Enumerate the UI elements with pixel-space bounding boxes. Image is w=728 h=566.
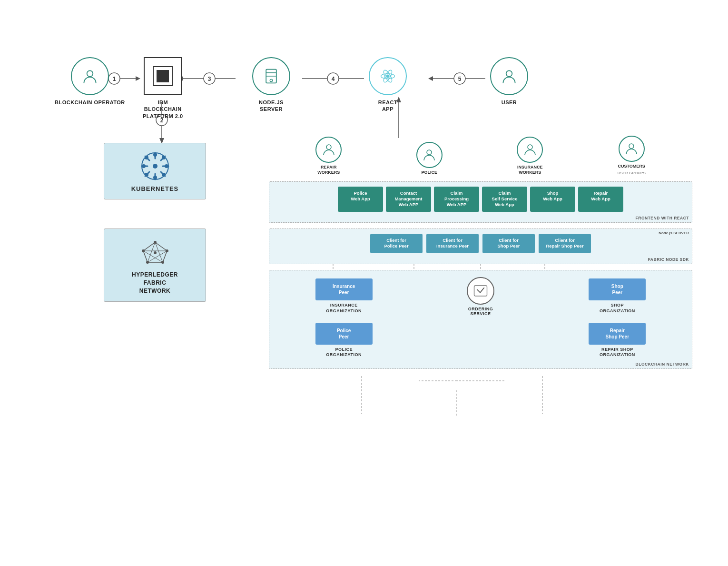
- hyperledger-box: HYPERLEDGERFABRICNETWORK: [104, 228, 206, 302]
- user-block: USER: [490, 57, 528, 106]
- diagram-container: 1 3 4 5 2: [0, 0, 728, 566]
- police-peer-box: PolicePeer: [315, 323, 373, 345]
- svg-point-54: [506, 70, 512, 77]
- svg-point-56: [153, 164, 157, 169]
- svg-point-6: [204, 73, 215, 84]
- fabric-sdk-panel: FABRIC NODE SDK Node.js SERVER Client fo…: [269, 228, 692, 264]
- kubernetes-label: KUBERNETES: [131, 185, 179, 192]
- svg-point-69: [145, 156, 148, 159]
- repair-workers-icon: [315, 137, 342, 163]
- svg-point-71: [162, 156, 166, 159]
- police-peer-block: PolicePeer POLICEORGANIZATION: [279, 323, 409, 358]
- client-police-peer: Client forPolice Peer: [370, 234, 423, 253]
- nodejs-server-block: NODE.JSSERVER: [252, 57, 290, 113]
- svg-point-85: [326, 145, 331, 149]
- frontend-label: FRONTEND WITH REACT: [636, 216, 689, 220]
- svg-point-65: [153, 153, 157, 157]
- svg-point-68: [165, 164, 168, 168]
- user-group-police: POLICE: [416, 142, 443, 175]
- svg-point-9: [327, 73, 339, 84]
- ibm-platform-icon: [144, 57, 182, 95]
- user-groups-row: REPAIRWORKERS POLICE: [269, 136, 692, 179]
- svg-line-83: [143, 251, 163, 262]
- police-icon: [416, 142, 443, 168]
- insurance-org-label: INSURANCEORGANIZATION: [326, 303, 362, 314]
- svg-marker-1: [136, 76, 140, 81]
- customers-label: CUSTOMERS: [618, 164, 645, 169]
- svg-point-84: [154, 251, 157, 254]
- nodejs-server-icon: [252, 57, 290, 95]
- nodejs-server-label: NODE.JSSERVER: [259, 99, 284, 113]
- ordering-service-icon: [467, 277, 494, 305]
- svg-point-49: [270, 79, 272, 81]
- ordering-service-label: ORDERINGSERVICE: [468, 307, 493, 316]
- svg-point-87: [528, 145, 532, 149]
- svg-point-50: [386, 74, 389, 78]
- blockchain-operator-block: BLOCKCHAIN OPERATOR: [55, 57, 125, 106]
- ibm-platform-block: IBMBLOCKCHAINPLATFORM 2.0: [143, 57, 183, 119]
- svg-line-82: [148, 251, 167, 262]
- svg-point-72: [145, 173, 148, 177]
- shop-web-app: ShopWeb App: [530, 187, 575, 212]
- customers-icon: [619, 136, 645, 162]
- insurance-workers-icon: [517, 137, 543, 163]
- shop-org-label: SHOPORGANIZATION: [600, 303, 635, 314]
- svg-point-88: [629, 144, 634, 149]
- nodejs-server-label-panel: Node.js SERVER: [659, 231, 689, 235]
- svg-text:5: 5: [458, 76, 462, 82]
- repair-shop-peer-block: RepairShop Peer REPAIR SHOPORGANIZATION: [552, 323, 682, 358]
- svg-point-70: [162, 173, 166, 177]
- blockchain-network-panel: BLOCKCHAIN NETWORK InsurancePeer INSURAN…: [269, 270, 692, 369]
- blockchain-inner-grid: InsurancePeer INSURANCEORGANIZATION ORDE…: [279, 277, 682, 358]
- react-app-label: REACTAPP: [378, 99, 397, 113]
- kubernetes-icon: [141, 152, 169, 180]
- fabric-sdk-label: FABRIC NODE SDK: [648, 257, 689, 262]
- insurance-peer-block: InsurancePeer INSURANCEORGANIZATION: [279, 278, 409, 314]
- client-insurance-peer: Client forInsurance Peer: [426, 234, 479, 253]
- user-label: USER: [502, 99, 517, 106]
- hyperledger-icon: [141, 238, 169, 266]
- police-label: POLICE: [421, 170, 437, 175]
- shop-peer-box: ShopPeer: [589, 278, 646, 300]
- svg-point-86: [427, 150, 432, 155]
- user-group-insurance: INSURANCEWORKERS: [517, 137, 543, 175]
- repair-shop-peer-box: RepairShop Peer: [589, 323, 646, 345]
- svg-text:3: 3: [208, 76, 211, 82]
- blockchain-operator-label: BLOCKCHAIN OPERATOR: [55, 99, 125, 106]
- claim-self-service-web-app: ClaimSelf ServiceWeb App: [482, 187, 527, 212]
- ibm-platform-label: IBMBLOCKCHAINPLATFORM 2.0: [143, 99, 183, 119]
- user-icon: [490, 57, 528, 95]
- svg-point-66: [153, 176, 157, 179]
- blockchain-network-label: BLOCKCHAIN NETWORK: [636, 362, 689, 367]
- react-app-icon: [369, 57, 407, 95]
- user-group-repair-workers: REPAIRWORKERS: [315, 137, 342, 175]
- svg-point-67: [142, 164, 146, 168]
- frontend-panel: FRONTEND WITH REACT PoliceWeb App Contac…: [269, 181, 692, 223]
- client-shop-peer: Client forShop Peer: [482, 234, 535, 253]
- contact-mgmt-web-app: ContactManagementWeb APP: [386, 187, 431, 212]
- client-repair-shop-peer: Client forRepair Shop Peer: [539, 234, 591, 253]
- react-app-block: REACTAPP: [369, 57, 407, 113]
- web-apps-row: PoliceWeb App ContactManagementWeb APP C…: [274, 187, 687, 212]
- repair-workers-label: REPAIRWORKERS: [317, 165, 340, 175]
- user-group-customers: CUSTOMERS USER GROUPS: [618, 136, 646, 175]
- shop-peer-block: ShopPeer SHOPORGANIZATION: [552, 278, 682, 314]
- svg-text:4: 4: [332, 76, 335, 82]
- svg-rect-45: [157, 70, 169, 82]
- insurance-peer-box: InsurancePeer: [315, 278, 373, 300]
- svg-point-13: [454, 73, 465, 84]
- kubernetes-box: KUBERNETES: [104, 143, 206, 199]
- right-main-panel: REPAIRWORKERS POLICE: [269, 136, 692, 369]
- user-groups-subtitle: USER GROUPS: [618, 171, 646, 175]
- svg-point-43: [87, 70, 93, 77]
- claim-processing-web-app: ClaimProcessingWeb APP: [434, 187, 479, 212]
- repair-web-app: RepairWeb App: [578, 187, 623, 212]
- repair-shop-org-label: REPAIR SHOPORGANIZATION: [600, 347, 635, 358]
- blockchain-operator-icon: [71, 57, 109, 95]
- svg-rect-89: [474, 286, 487, 296]
- ordering-service-block: ORDERINGSERVICE: [415, 277, 545, 316]
- police-org-label: POLICEORGANIZATION: [326, 347, 362, 358]
- hyperledger-label: HYPERLEDGERFABRICNETWORK: [132, 271, 178, 295]
- police-web-app: PoliceWeb App: [338, 187, 383, 212]
- clients-row: Client forPolice Peer Client forInsuranc…: [274, 234, 687, 253]
